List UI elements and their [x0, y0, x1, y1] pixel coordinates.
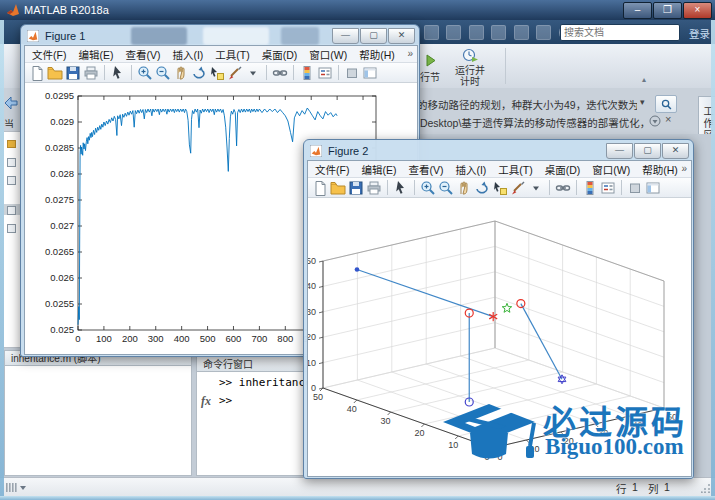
resize-grip-icon[interactable] — [701, 483, 711, 493]
ribbon-collapse-icon[interactable]: ▴ — [642, 75, 646, 84]
undo-icon[interactable] — [491, 25, 506, 40]
figure-menu-item[interactable]: 工具(T) — [215, 47, 249, 62]
brush-icon[interactable] — [510, 180, 526, 196]
zoom-out-icon[interactable] — [438, 180, 454, 196]
zoom-out-icon[interactable] — [155, 65, 171, 81]
minimize-button[interactable]: — — [332, 28, 359, 44]
figure1-toolbar — [25, 63, 417, 83]
figure-menu-item[interactable]: 编辑(E) — [361, 162, 396, 177]
current-folder-path-bar[interactable]: \Desktop\基于遗传算法的移动传感器的部署优化，实现三维空间... — [417, 115, 645, 130]
new-file-icon[interactable] — [312, 180, 328, 196]
run-section-button[interactable]: 行节 — [417, 54, 443, 84]
show-plot-tools-icon[interactable] — [362, 65, 378, 81]
link-plot-icon[interactable] — [555, 180, 571, 196]
svg-text:10: 10 — [308, 358, 316, 368]
close-button[interactable]: ✕ — [388, 28, 415, 44]
figure-window-icon — [310, 145, 322, 157]
figure-menu-item[interactable]: 查看(V) — [125, 47, 160, 62]
print-icon[interactable] — [366, 180, 382, 196]
pan-icon[interactable] — [456, 180, 472, 196]
figure-menu-item[interactable]: 文件(F) — [32, 47, 66, 62]
current-folder-file-list[interactable] — [4, 131, 21, 348]
figure-menu-item[interactable]: 插入(I) — [455, 162, 486, 177]
figure-menu-item[interactable]: 窗口(W) — [309, 47, 347, 62]
data-cursor-icon[interactable] — [209, 65, 225, 81]
file-description-bar[interactable]: 的移动路径的规划，种群大小为49，迭代次数为1000，交叉概... — [417, 97, 637, 112]
save-icon[interactable] — [65, 65, 81, 81]
insert-colorbar-icon[interactable] — [299, 65, 315, 81]
brush-icon[interactable] — [227, 65, 243, 81]
close-button[interactable]: ✕ — [662, 143, 689, 159]
svg-text:20: 20 — [414, 428, 424, 438]
figure2-menubar: 文件(F)编辑(E)查看(V)插入(I)工具(T)桌面(D)窗口(W)帮助(H)… — [308, 161, 691, 178]
doc-search-input[interactable] — [561, 27, 699, 38]
open-folder-icon[interactable] — [47, 65, 63, 81]
status-row-label: 行 — [616, 481, 627, 496]
maximize-button[interactable]: ▢ — [360, 28, 387, 44]
maximize-button[interactable]: ❐ — [653, 2, 682, 19]
redo-icon[interactable] — [514, 25, 529, 40]
figure-menu-item[interactable]: 编辑(E) — [78, 47, 113, 62]
figure-menu-item[interactable]: 插入(I) — [172, 47, 203, 62]
command-prompt[interactable]: >> — [219, 394, 232, 407]
insert-legend-icon[interactable] — [317, 65, 333, 81]
save-icon[interactable] — [348, 180, 364, 196]
copy-icon[interactable] — [446, 25, 461, 40]
open-folder-icon[interactable] — [330, 180, 346, 196]
popout-icon[interactable] — [536, 25, 551, 40]
figure-menu-item[interactable]: 窗口(W) — [592, 162, 630, 177]
figure-menu-item[interactable]: 帮助(H) — [359, 47, 395, 62]
svg-text:600: 600 — [226, 333, 242, 344]
command-line: >> inheritance — [219, 376, 312, 389]
figure1-titlebar[interactable]: Figure 1 — ▢ ✕ — [23, 27, 417, 45]
browse-folder-icon[interactable] — [649, 115, 661, 127]
sign-in-link[interactable]: 登录 — [689, 26, 710, 41]
maximize-button[interactable]: ▢ — [634, 143, 661, 159]
file-icon — [7, 206, 16, 215]
close-button[interactable]: × — [683, 2, 712, 19]
hide-plot-tools-icon[interactable] — [627, 180, 643, 196]
insert-colorbar-icon[interactable] — [582, 180, 598, 196]
back-arrow-icon[interactable] — [4, 96, 18, 110]
svg-text:50: 50 — [313, 392, 323, 402]
pan-icon[interactable] — [173, 65, 189, 81]
paste-icon[interactable] — [469, 25, 484, 40]
rotate-3d-icon[interactable] — [191, 65, 207, 81]
zoom-in-icon[interactable] — [137, 65, 153, 81]
figure-menu-item[interactable]: 桌面(D) — [545, 162, 581, 177]
data-cursor-icon[interactable] — [492, 180, 508, 196]
figure-menu-item[interactable]: 桌面(D) — [262, 47, 298, 62]
insert-legend-icon[interactable] — [600, 180, 616, 196]
close-icon[interactable]: × — [665, 113, 671, 125]
print-icon[interactable] — [83, 65, 99, 81]
menu-overflow-icon[interactable]: » — [407, 48, 413, 59]
figure2-titlebar[interactable]: Figure 2 — ▢ ✕ — [306, 142, 691, 160]
aero-reflection — [281, 27, 319, 45]
minimize-button[interactable]: – — [623, 2, 652, 19]
svg-text:400: 400 — [174, 333, 190, 344]
figure-menu-item[interactable]: 工具(T) — [498, 162, 532, 177]
rotate-3d-icon[interactable] — [474, 180, 490, 196]
minimize-button[interactable]: — — [606, 143, 633, 159]
link-plot-icon[interactable] — [272, 65, 288, 81]
figure-menu-item[interactable]: 帮助(H) — [642, 162, 678, 177]
figure-menu-item[interactable]: 文件(F) — [315, 162, 349, 177]
current-folder-label: 当前文件夹 — [4, 116, 19, 128]
svg-text:0.0255: 0.0255 — [45, 298, 74, 309]
dropdown-icon[interactable] — [528, 180, 544, 196]
zoom-in-icon[interactable] — [420, 180, 436, 196]
show-plot-tools-icon[interactable] — [645, 180, 661, 196]
figure-menu-item[interactable]: 查看(V) — [408, 162, 443, 177]
run-and-time-button[interactable]: 运行并 计时 — [446, 47, 494, 87]
main-window-titlebar[interactable]: MATLAB R2018a – ❐ × — [0, 0, 715, 20]
edit-cursor-icon[interactable] — [110, 65, 126, 81]
status-grip-icon[interactable] — [6, 482, 28, 495]
cut-icon[interactable] — [424, 25, 439, 40]
dropdown-icon[interactable] — [245, 65, 261, 81]
edit-cursor-icon[interactable] — [393, 180, 409, 196]
address-search-button[interactable] — [655, 95, 677, 113]
new-file-icon[interactable] — [29, 65, 45, 81]
hide-plot-tools-icon[interactable] — [344, 65, 360, 81]
menu-overflow-icon[interactable]: » — [681, 163, 687, 174]
chevron-down-icon[interactable]: ▾ — [640, 97, 645, 107]
